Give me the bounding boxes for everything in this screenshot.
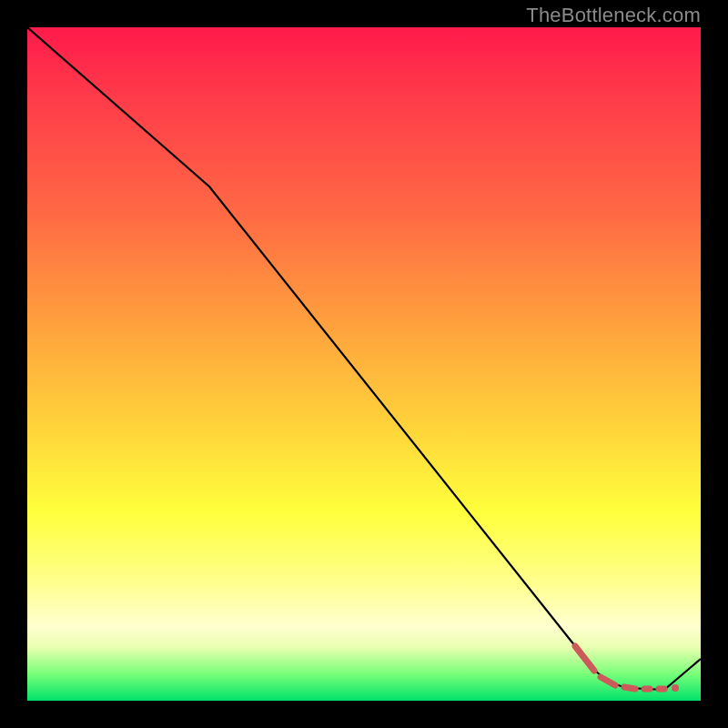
chart-frame: TheBottleneck.com xyxy=(0,0,728,728)
watermark-text: TheBottleneck.com xyxy=(526,4,701,27)
svg-line-0 xyxy=(575,646,594,671)
bottleneck-curve xyxy=(27,27,701,690)
svg-point-5 xyxy=(672,684,679,692)
chart-plot-area xyxy=(27,27,701,701)
optimal-range-marker xyxy=(575,646,679,692)
chart-svg xyxy=(27,27,701,701)
svg-line-1 xyxy=(601,677,615,685)
svg-line-2 xyxy=(624,687,635,689)
